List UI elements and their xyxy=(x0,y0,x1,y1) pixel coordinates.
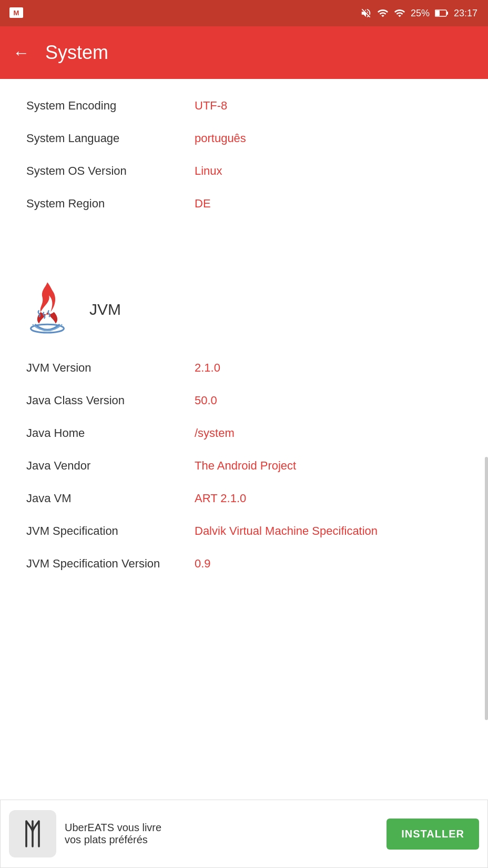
value-system-os: Linux xyxy=(195,164,462,178)
value-java-home: /system xyxy=(195,426,462,440)
app-bar: ← System xyxy=(0,26,488,79)
status-icons: 25% 23:17 xyxy=(360,7,477,19)
list-item: Java Vendor The Android Project xyxy=(0,450,488,482)
label-java-home: Java Home xyxy=(26,426,195,440)
fork-icon xyxy=(19,818,46,850)
value-java-vendor: The Android Project xyxy=(195,459,462,473)
label-system-language: System Language xyxy=(26,132,195,145)
jvm-info-list: JVM Version 2.1.0 Java Class Version 50.… xyxy=(0,352,488,580)
value-jvm-spec-version: 0.9 xyxy=(195,557,462,571)
list-item: System OS Version Linux xyxy=(0,155,488,187)
label-system-os: System OS Version xyxy=(26,164,195,178)
svg-rect-1 xyxy=(435,11,440,16)
mute-icon xyxy=(360,7,372,19)
wifi-icon xyxy=(377,7,389,19)
label-java-class: Java Class Version xyxy=(26,394,195,407)
jvm-title: JVM xyxy=(89,301,121,318)
svg-rect-2 xyxy=(446,12,448,15)
main-content: System Encoding UTF-8 System Language po… xyxy=(0,79,488,654)
system-section: System Encoding UTF-8 System Language po… xyxy=(0,79,488,580)
list-item: JVM Version 2.1.0 xyxy=(0,352,488,384)
ad-app-icon xyxy=(9,810,56,857)
jvm-header: JVM xyxy=(0,273,488,352)
ad-description: UberEATS vous livre vos plats préférés xyxy=(65,822,378,846)
back-button[interactable]: ← xyxy=(13,43,29,63)
label-jvm-version: JVM Version xyxy=(26,361,195,375)
value-system-encoding: UTF-8 xyxy=(195,99,462,113)
spacer xyxy=(0,220,488,246)
label-system-encoding: System Encoding xyxy=(26,99,195,113)
status-bar: M 25% 23:17 xyxy=(0,0,488,26)
value-system-region: DE xyxy=(195,197,462,211)
ad-banner: UberEATS vous livre vos plats préférés I… xyxy=(0,800,488,868)
value-java-vm: ART 2.1.0 xyxy=(195,492,462,505)
ad-text-line1: UberEATS vous livre xyxy=(65,822,378,834)
value-jvm-spec: Dalvik Virtual Machine Specification xyxy=(195,524,462,538)
list-item: JVM Specification Dalvik Virtual Machine… xyxy=(0,515,488,547)
value-jvm-version: 2.1.0 xyxy=(195,361,462,375)
label-java-vendor: Java Vendor xyxy=(26,459,195,473)
signal-icon xyxy=(394,7,405,19)
value-java-class: 50.0 xyxy=(195,394,462,407)
battery-icon xyxy=(435,8,449,18)
java-svg xyxy=(21,281,74,338)
scrollbar[interactable] xyxy=(485,457,488,720)
list-item: System Region DE xyxy=(0,187,488,220)
system-info-list: System Encoding UTF-8 System Language po… xyxy=(0,89,488,220)
java-logo-icon xyxy=(21,283,74,336)
list-item: JVM Specification Version 0.9 xyxy=(0,547,488,580)
page-title: System xyxy=(45,42,108,64)
value-system-language: português xyxy=(195,132,462,145)
spacer2 xyxy=(0,246,488,273)
label-jvm-spec: JVM Specification xyxy=(26,524,195,538)
battery-text: 25% xyxy=(411,8,430,19)
gmail-icon: M xyxy=(9,7,23,18)
list-item: Java Home /system xyxy=(0,417,488,450)
list-item: System Language português xyxy=(0,122,488,155)
list-item: Java Class Version 50.0 xyxy=(0,384,488,417)
ad-text-line2: vos plats préférés xyxy=(65,834,378,846)
list-item: System Encoding UTF-8 xyxy=(0,89,488,122)
label-java-vm: Java VM xyxy=(26,492,195,505)
label-jvm-spec-version: JVM Specification Version xyxy=(26,557,195,571)
label-system-region: System Region xyxy=(26,197,195,211)
install-button[interactable]: INSTALLER xyxy=(387,819,479,850)
list-item: Java VM ART 2.1.0 xyxy=(0,482,488,515)
time-text: 23:17 xyxy=(454,8,477,19)
